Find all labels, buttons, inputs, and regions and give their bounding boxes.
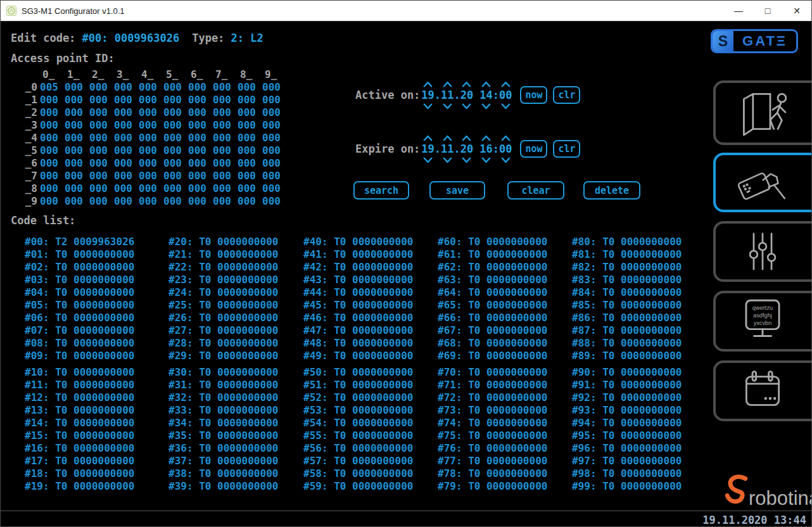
ap-cell[interactable]: 000 bbox=[161, 132, 186, 144]
ap-cell[interactable]: 000 bbox=[136, 119, 161, 132]
code-entry[interactable]: #03: T0 0000000000 bbox=[25, 274, 134, 286]
ap-cell[interactable]: 000 bbox=[111, 144, 136, 157]
ap-cell[interactable]: 000 bbox=[186, 119, 210, 132]
code-entry[interactable]: #24: T0 0000000000 bbox=[168, 286, 278, 299]
code-entry[interactable]: #88: T0 0000000000 bbox=[572, 337, 682, 350]
date-segment-value[interactable]: 16: bbox=[479, 142, 499, 156]
sidebar-button-settings[interactable] bbox=[713, 221, 812, 282]
ap-cell[interactable]: 000 bbox=[111, 94, 136, 106]
spin-up-icon[interactable] bbox=[499, 80, 512, 88]
ap-cell[interactable]: 000 bbox=[136, 94, 161, 106]
code-entry[interactable]: #96: T0 0000000000 bbox=[572, 442, 682, 455]
ap-cell[interactable]: 000 bbox=[235, 170, 260, 182]
ap-cell[interactable]: 000 bbox=[62, 94, 87, 106]
date-segment-value[interactable]: 19. bbox=[421, 142, 441, 156]
code-entry[interactable]: #64: T0 0000000000 bbox=[438, 286, 547, 299]
code-entry[interactable]: #85: T0 0000000000 bbox=[572, 299, 682, 312]
delete-button[interactable]: delete bbox=[583, 181, 640, 200]
spin-down-icon[interactable] bbox=[460, 102, 473, 110]
ap-cell[interactable]: 000 bbox=[260, 182, 284, 195]
ap-cell[interactable]: 000 bbox=[210, 132, 235, 144]
ap-cell[interactable]: 000 bbox=[235, 119, 260, 132]
code-entry[interactable]: #78: T0 0000000000 bbox=[438, 467, 547, 480]
spin-down-icon[interactable] bbox=[441, 156, 454, 164]
spin-up-icon[interactable] bbox=[421, 134, 434, 142]
code-entry[interactable]: #01: T0 0000000000 bbox=[25, 248, 134, 261]
ap-cell[interactable]: 000 bbox=[62, 119, 87, 132]
ap-cell[interactable]: 000 bbox=[136, 195, 161, 208]
ap-cell[interactable]: 000 bbox=[260, 144, 284, 157]
ap-cell[interactable]: 000 bbox=[235, 94, 260, 106]
code-entry[interactable]: #59: T0 0000000000 bbox=[303, 480, 413, 493]
expire-now-button[interactable]: now bbox=[520, 140, 547, 158]
ap-cell[interactable]: 000 bbox=[62, 182, 87, 195]
code-entry[interactable]: #81: T0 0000000000 bbox=[572, 248, 682, 261]
ap-cell[interactable]: 000 bbox=[136, 106, 161, 119]
spin-down-icon[interactable] bbox=[441, 102, 454, 110]
ap-cell[interactable]: 000 bbox=[136, 182, 161, 195]
ap-cell[interactable]: 000 bbox=[161, 144, 186, 157]
ap-cell[interactable]: 000 bbox=[260, 195, 284, 208]
ap-cell[interactable]: 000 bbox=[111, 157, 136, 170]
sidebar-button-door-access[interactable] bbox=[713, 80, 812, 145]
code-entry[interactable]: #04: T0 0000000000 bbox=[25, 286, 134, 299]
code-entry[interactable]: #63: T0 0000000000 bbox=[438, 274, 547, 286]
ap-cell[interactable]: 000 bbox=[37, 119, 62, 132]
code-entry[interactable]: #12: T0 0000000000 bbox=[25, 391, 134, 404]
ap-cell[interactable]: 000 bbox=[186, 106, 210, 119]
code-entry[interactable]: #83: T0 0000000000 bbox=[572, 274, 682, 286]
ap-cell[interactable]: 000 bbox=[161, 106, 186, 119]
code-entry[interactable]: #06: T0 0000000000 bbox=[25, 312, 134, 324]
search-button[interactable]: search bbox=[353, 181, 409, 200]
ap-cell[interactable]: 000 bbox=[210, 195, 235, 208]
ap-cell[interactable]: 000 bbox=[87, 182, 111, 195]
ap-cell[interactable]: 000 bbox=[111, 170, 136, 182]
spin-down-icon[interactable] bbox=[421, 102, 434, 110]
ap-cell[interactable]: 000 bbox=[87, 195, 111, 208]
code-entry[interactable]: #71: T0 0000000000 bbox=[438, 379, 547, 391]
ap-cell[interactable]: 000 bbox=[37, 157, 62, 170]
code-entry[interactable]: #45: T0 0000000000 bbox=[303, 299, 413, 312]
code-entry[interactable]: #34: T0 0000000000 bbox=[168, 417, 278, 429]
code-entry[interactable]: #49: T0 0000000000 bbox=[303, 350, 413, 362]
ap-cell[interactable]: 000 bbox=[161, 170, 186, 182]
ap-cell[interactable]: 000 bbox=[260, 170, 284, 182]
code-entry[interactable]: #15: T0 0000000000 bbox=[25, 429, 134, 442]
code-entry[interactable]: #07: T0 0000000000 bbox=[25, 324, 134, 337]
code-entry[interactable]: #36: T0 0000000000 bbox=[168, 442, 278, 455]
code-entry[interactable]: #00: T2 0009963026 bbox=[25, 236, 134, 248]
maximize-button[interactable]: □ bbox=[753, 1, 782, 21]
code-entry[interactable]: #60: T0 0000000000 bbox=[438, 236, 547, 248]
code-entry[interactable]: #93: T0 0000000000 bbox=[572, 404, 682, 417]
ap-cell[interactable]: 000 bbox=[62, 170, 87, 182]
code-entry[interactable]: #32: T0 0000000000 bbox=[168, 391, 278, 404]
code-entry[interactable]: #39: T0 0000000000 bbox=[168, 480, 278, 493]
code-entry[interactable]: #26: T0 0000000000 bbox=[168, 312, 278, 324]
code-entry[interactable]: #18: T0 0000000000 bbox=[25, 467, 134, 480]
code-entry[interactable]: #38: T0 0000000000 bbox=[168, 467, 278, 480]
ap-cell[interactable]: 000 bbox=[210, 94, 235, 106]
spin-up-icon[interactable] bbox=[499, 134, 512, 142]
code-entry[interactable]: #25: T0 0000000000 bbox=[168, 299, 278, 312]
code-entry[interactable]: #51: T0 0000000000 bbox=[303, 379, 413, 391]
ap-cell[interactable]: 000 bbox=[161, 157, 186, 170]
ap-cell[interactable]: 000 bbox=[186, 157, 210, 170]
code-entry[interactable]: #55: T0 0000000000 bbox=[303, 429, 413, 442]
ap-cell[interactable]: 000 bbox=[260, 157, 284, 170]
code-entry[interactable]: #50: T0 0000000000 bbox=[303, 366, 413, 379]
sidebar-button-scheduler[interactable] bbox=[713, 360, 812, 421]
code-entry[interactable]: #31: T0 0000000000 bbox=[168, 379, 278, 391]
code-entry[interactable]: #09: T0 0000000000 bbox=[25, 350, 134, 362]
code-entry[interactable]: #90: T0 0000000000 bbox=[572, 366, 682, 379]
ap-cell[interactable]: 000 bbox=[111, 119, 136, 132]
date-segment-value[interactable]: 19. bbox=[421, 88, 441, 102]
ap-cell[interactable]: 000 bbox=[235, 182, 260, 195]
date-segment-value[interactable]: 20 bbox=[460, 142, 473, 156]
code-entry[interactable]: #16: T0 0000000000 bbox=[25, 442, 134, 455]
ap-cell[interactable]: 000 bbox=[37, 170, 62, 182]
code-entry[interactable]: #84: T0 0000000000 bbox=[572, 286, 682, 299]
code-entry[interactable]: #98: T0 0000000000 bbox=[572, 467, 682, 480]
ap-cell[interactable]: 000 bbox=[136, 170, 161, 182]
code-entry[interactable]: #10: T0 0000000000 bbox=[25, 366, 134, 379]
ap-cell[interactable]: 000 bbox=[136, 144, 161, 157]
